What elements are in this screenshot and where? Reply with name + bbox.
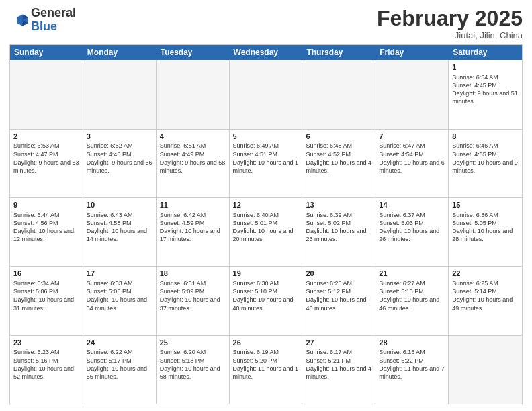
day-info: Sunrise: 6:40 AM Sunset: 5:01 PM Dayligh… [233, 211, 299, 244]
day-info: Sunrise: 6:17 AM Sunset: 5:21 PM Dayligh… [306, 348, 371, 381]
day-cell-2-6: 15Sunrise: 6:36 AM Sunset: 5:05 PM Dayli… [449, 198, 522, 266]
day-cell-4-1: 24Sunrise: 6:22 AM Sunset: 5:17 PM Dayli… [83, 336, 157, 404]
day-info: Sunrise: 6:22 AM Sunset: 5:17 PM Dayligh… [87, 348, 152, 381]
day-number: 16 [13, 269, 79, 279]
day-info: Sunrise: 6:53 AM Sunset: 4:47 PM Dayligh… [13, 142, 79, 175]
day-info: Sunrise: 6:23 AM Sunset: 5:16 PM Dayligh… [13, 348, 79, 381]
calendar: Sunday Monday Tuesday Wednesday Thursday… [9, 44, 523, 404]
day-cell-3-0: 16Sunrise: 6:34 AM Sunset: 5:06 PM Dayli… [10, 267, 83, 334]
day-cell-2-5: 14Sunrise: 6:37 AM Sunset: 5:03 PM Dayli… [375, 198, 449, 266]
weekday-thursday: Thursday [302, 45, 375, 60]
day-info: Sunrise: 6:15 AM Sunset: 5:22 PM Dayligh… [379, 348, 445, 381]
day-number: 3 [87, 132, 152, 142]
day-cell-2-0: 9Sunrise: 6:44 AM Sunset: 4:56 PM Daylig… [10, 198, 83, 266]
day-number: 10 [87, 200, 152, 210]
day-number: 13 [306, 200, 371, 210]
day-number: 2 [13, 132, 79, 142]
day-info: Sunrise: 6:37 AM Sunset: 5:03 PM Dayligh… [379, 211, 445, 244]
day-number: 25 [160, 338, 226, 348]
day-cell-1-6: 8Sunrise: 6:46 AM Sunset: 4:55 PM Daylig… [449, 130, 522, 197]
day-info: Sunrise: 6:20 AM Sunset: 5:18 PM Dayligh… [160, 348, 226, 381]
day-number: 1 [452, 62, 519, 73]
day-number: 27 [306, 338, 371, 348]
day-cell-4-5: 28Sunrise: 6:15 AM Sunset: 5:22 PM Dayli… [375, 336, 449, 404]
day-number: 24 [87, 338, 152, 348]
page: General Blue February 2025 Jiutai, Jilin… [0, 0, 532, 411]
day-number: 21 [379, 269, 445, 279]
day-number: 5 [233, 132, 299, 142]
day-info: Sunrise: 6:43 AM Sunset: 4:58 PM Dayligh… [87, 211, 152, 244]
day-cell-0-6: 1Sunrise: 6:54 AM Sunset: 4:45 PM Daylig… [449, 60, 522, 128]
day-info: Sunrise: 6:28 AM Sunset: 5:12 PM Dayligh… [306, 279, 371, 312]
weekday-tuesday: Tuesday [157, 45, 230, 60]
day-number: 4 [160, 132, 226, 142]
day-cell-3-6: 22Sunrise: 6:25 AM Sunset: 5:14 PM Dayli… [449, 267, 522, 334]
day-cell-4-2: 25Sunrise: 6:20 AM Sunset: 5:18 PM Dayli… [157, 336, 230, 404]
weekday-sunday: Sunday [10, 45, 83, 60]
day-cell-2-3: 12Sunrise: 6:40 AM Sunset: 5:01 PM Dayli… [230, 198, 303, 266]
weekday-friday: Friday [375, 45, 449, 60]
day-number: 23 [13, 338, 79, 348]
day-number: 14 [379, 200, 445, 210]
weekday-saturday: Saturday [449, 45, 522, 60]
week-row-3: 16Sunrise: 6:34 AM Sunset: 5:06 PM Dayli… [10, 266, 522, 334]
day-number: 20 [306, 269, 371, 279]
day-info: Sunrise: 6:46 AM Sunset: 4:55 PM Dayligh… [452, 142, 519, 175]
day-info: Sunrise: 6:19 AM Sunset: 5:20 PM Dayligh… [233, 348, 299, 381]
day-number: 11 [160, 200, 226, 210]
day-number: 28 [379, 338, 445, 348]
day-info: Sunrise: 6:25 AM Sunset: 5:14 PM Dayligh… [452, 279, 519, 312]
week-row-1: 2Sunrise: 6:53 AM Sunset: 4:47 PM Daylig… [10, 129, 522, 197]
day-number: 18 [160, 269, 226, 279]
day-cell-3-3: 19Sunrise: 6:30 AM Sunset: 5:10 PM Dayli… [230, 267, 303, 334]
day-cell-0-1 [83, 60, 157, 128]
day-info: Sunrise: 6:27 AM Sunset: 5:13 PM Dayligh… [379, 279, 445, 312]
day-cell-2-2: 11Sunrise: 6:42 AM Sunset: 4:59 PM Dayli… [157, 198, 230, 266]
day-cell-4-6 [449, 336, 522, 404]
day-info: Sunrise: 6:49 AM Sunset: 4:51 PM Dayligh… [233, 142, 299, 175]
day-number: 8 [452, 132, 519, 142]
day-cell-3-5: 21Sunrise: 6:27 AM Sunset: 5:13 PM Dayli… [375, 267, 449, 334]
day-cell-2-1: 10Sunrise: 6:43 AM Sunset: 4:58 PM Dayli… [83, 198, 157, 266]
logo-text: General Blue [31, 7, 76, 34]
day-cell-3-1: 17Sunrise: 6:33 AM Sunset: 5:08 PM Dayli… [83, 267, 157, 334]
day-number: 9 [13, 200, 79, 210]
day-cell-4-0: 23Sunrise: 6:23 AM Sunset: 5:16 PM Dayli… [10, 336, 83, 404]
svg-marker-0 [17, 14, 28, 26]
day-info: Sunrise: 6:48 AM Sunset: 4:52 PM Dayligh… [306, 142, 371, 175]
weekday-wednesday: Wednesday [230, 45, 303, 60]
day-info: Sunrise: 6:52 AM Sunset: 4:48 PM Dayligh… [87, 142, 152, 175]
day-info: Sunrise: 6:54 AM Sunset: 4:45 PM Dayligh… [452, 73, 519, 106]
day-cell-2-4: 13Sunrise: 6:39 AM Sunset: 5:02 PM Dayli… [302, 198, 375, 266]
location: Jiutai, Jilin, China [377, 30, 523, 40]
week-row-4: 23Sunrise: 6:23 AM Sunset: 5:16 PM Dayli… [10, 335, 522, 404]
day-number: 12 [233, 200, 299, 210]
day-info: Sunrise: 6:36 AM Sunset: 5:05 PM Dayligh… [452, 211, 519, 244]
day-cell-1-5: 7Sunrise: 6:47 AM Sunset: 4:54 PM Daylig… [375, 130, 449, 197]
day-info: Sunrise: 6:34 AM Sunset: 5:06 PM Dayligh… [13, 279, 79, 312]
day-cell-1-3: 5Sunrise: 6:49 AM Sunset: 4:51 PM Daylig… [230, 130, 303, 197]
day-cell-4-3: 26Sunrise: 6:19 AM Sunset: 5:20 PM Dayli… [230, 336, 303, 404]
calendar-body: 1Sunrise: 6:54 AM Sunset: 4:45 PM Daylig… [10, 60, 522, 404]
day-info: Sunrise: 6:33 AM Sunset: 5:08 PM Dayligh… [87, 279, 152, 312]
day-info: Sunrise: 6:39 AM Sunset: 5:02 PM Dayligh… [306, 211, 371, 244]
day-cell-0-2 [157, 60, 230, 128]
week-row-0: 1Sunrise: 6:54 AM Sunset: 4:45 PM Daylig… [10, 60, 522, 128]
day-info: Sunrise: 6:31 AM Sunset: 5:09 PM Dayligh… [160, 279, 226, 312]
day-info: Sunrise: 6:30 AM Sunset: 5:10 PM Dayligh… [233, 279, 299, 312]
header: General Blue February 2025 Jiutai, Jilin… [9, 7, 523, 40]
calendar-header: Sunday Monday Tuesday Wednesday Thursday… [10, 45, 522, 60]
day-number: 22 [452, 269, 519, 279]
logo: General Blue [9, 7, 76, 34]
day-cell-3-2: 18Sunrise: 6:31 AM Sunset: 5:09 PM Dayli… [157, 267, 230, 334]
day-info: Sunrise: 6:44 AM Sunset: 4:56 PM Dayligh… [13, 211, 79, 244]
day-cell-1-0: 2Sunrise: 6:53 AM Sunset: 4:47 PM Daylig… [10, 130, 83, 197]
day-number: 17 [87, 269, 152, 279]
title-block: February 2025 Jiutai, Jilin, China [377, 7, 523, 40]
day-cell-1-4: 6Sunrise: 6:48 AM Sunset: 4:52 PM Daylig… [302, 130, 375, 197]
day-number: 15 [452, 200, 519, 210]
month-title: February 2025 [377, 7, 523, 30]
weekday-monday: Monday [83, 45, 157, 60]
day-cell-4-4: 27Sunrise: 6:17 AM Sunset: 5:21 PM Dayli… [302, 336, 375, 404]
week-row-2: 9Sunrise: 6:44 AM Sunset: 4:56 PM Daylig… [10, 197, 522, 266]
